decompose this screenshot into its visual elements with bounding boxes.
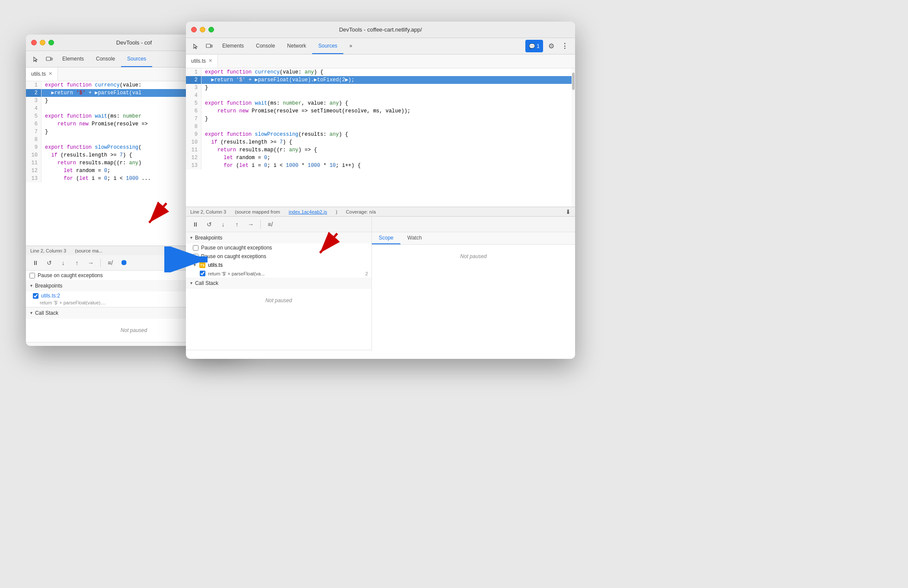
fg-pause-btn[interactable]: ⏸: [189, 218, 201, 230]
fg-bp-item-row: return '$' + parseFloat(va... 2: [186, 269, 371, 278]
fg-more-btn[interactable]: ⋮: [558, 38, 572, 54]
fg-step-out-btn[interactable]: →: [245, 218, 257, 230]
fg-pause-caught-row: Pause on caught exceptions: [186, 252, 371, 261]
fg-bp-item-code: return '$' + parseFloat(va...: [208, 271, 265, 276]
fg-export-btn[interactable]: ⬇: [566, 208, 571, 215]
bg-file-tab-utils[interactable]: utils.ts ✕: [26, 67, 58, 81]
fg-resume-btn[interactable]: ↺: [203, 218, 215, 230]
fg-file-tab-name: utils.ts: [191, 58, 206, 64]
fg-source-map-link[interactable]: index.1ac4eab2.js: [289, 209, 327, 214]
fg-file-tab-utils[interactable]: utils.ts ✕: [186, 54, 218, 68]
fg-status-position: Line 2, Column 3: [190, 209, 226, 214]
fg-bottom-left: ⏸ ↺ ↓ ↑ → ≡/ ▼ Breakpoints Pause on unca…: [186, 217, 372, 350]
fg-device-icon[interactable]: [202, 38, 216, 54]
bg-toolbar-divider: [100, 259, 101, 267]
fg-step-into-btn[interactable]: ↑: [231, 218, 243, 230]
fg-code-line-11: 11 return results.map((r: any) => {: [186, 146, 575, 154]
fg-code-line-3: 3 }: [186, 84, 575, 92]
bg-cursor-icon[interactable]: [29, 51, 42, 67]
svg-rect-2: [206, 44, 211, 48]
fg-scope-tab[interactable]: Scope: [372, 232, 400, 244]
fg-breakpoints-triangle: ▼: [189, 236, 193, 240]
bg-bp-checkbox[interactable]: [33, 293, 38, 299]
fg-coverage: Coverage: n/a: [346, 209, 376, 214]
bg-status-position: Line 2, Column 3: [30, 248, 66, 253]
fg-file-icon: TS: [199, 262, 205, 268]
bg-tab-elements[interactable]: Elements: [56, 51, 90, 67]
bg-traffic-lights: [31, 40, 54, 45]
fg-source-map-text: (source mapped from: [235, 209, 280, 214]
fg-step-over-btn[interactable]: ↓: [217, 218, 229, 230]
fg-tab-network[interactable]: Network: [281, 38, 312, 54]
bg-device-icon[interactable]: [42, 51, 56, 67]
fg-pause-uncaught-checkbox[interactable]: [193, 245, 198, 251]
fg-tab-elements[interactable]: Elements: [216, 38, 250, 54]
fg-code-line-10: 10 if (results.length >= 7) {: [186, 138, 575, 146]
bg-file-tab-name: utils.ts: [31, 71, 46, 77]
bg-resume-btn[interactable]: ↺: [43, 257, 55, 269]
fg-comment-btn[interactable]: 💬 1: [525, 40, 543, 52]
fg-code-line-13: 13 for (let i = 0; i < 1000 * 1000 * 10;…: [186, 162, 575, 169]
bg-tab-sources[interactable]: Sources: [121, 51, 152, 67]
bg-minimize-button[interactable]: [40, 40, 45, 45]
svg-rect-1: [51, 58, 52, 60]
fg-settings-btn[interactable]: ⚙: [545, 38, 558, 54]
fg-file-tabs: utils.ts ✕: [186, 54, 575, 68]
fg-source-map-paren: ): [336, 209, 337, 214]
fg-maximize-button[interactable]: [208, 27, 214, 32]
fg-tab-spacer: [358, 38, 524, 54]
fg-file-tab-close[interactable]: ✕: [208, 58, 212, 64]
bg-bp-file: utils.ts:2: [41, 293, 60, 299]
fg-code-scrollbar[interactable]: [572, 68, 575, 207]
fg-code-line-1: 1 export function currency(value: any) {: [186, 68, 575, 76]
bg-pause-caught-checkbox[interactable]: [29, 273, 35, 278]
fg-code-line-4: 4: [186, 92, 575, 99]
fg-code-line-12: 12 let random = 0;: [186, 154, 575, 162]
fg-pause-caught-checkbox[interactable]: [193, 254, 198, 259]
fg-bp-filename: utils.ts: [208, 262, 223, 268]
fg-code-line-2: 2 ▶return '$' + ▶parseFloat(value).▶toFi…: [186, 76, 575, 84]
fg-code-area: 1 export function currency(value: any) {…: [186, 68, 575, 207]
fg-minimize-button[interactable]: [200, 27, 205, 32]
fg-bp-file-triangle: ▼: [193, 263, 197, 267]
fg-code-scrollbar-thumb[interactable]: [572, 73, 575, 90]
bg-file-tab-close[interactable]: ✕: [48, 71, 52, 77]
fg-right-debug-toolbar: [372, 217, 575, 232]
bg-pause-state-btn[interactable]: ⏺: [118, 257, 130, 269]
fg-scope-status: Not paused: [372, 245, 575, 268]
fg-scope-tabs: Scope Watch: [372, 232, 575, 245]
fg-callstack-status: Not paused: [186, 289, 371, 312]
fg-callstack-header[interactable]: ▼ Call Stack: [186, 278, 371, 289]
bg-callstack-label: Call Stack: [35, 310, 58, 316]
fg-code-line-6: 6 return new Promise(resolve => setTimeo…: [186, 107, 575, 115]
bg-deactivate-btn[interactable]: ≡/: [104, 257, 116, 269]
fg-watch-tab[interactable]: Watch: [400, 232, 429, 244]
fg-cursor-icon[interactable]: [189, 38, 202, 54]
fg-deactivate-btn[interactable]: ≡/: [264, 218, 276, 230]
fg-status-bar: Line 2, Column 3 (source mapped from ind…: [186, 207, 575, 216]
bg-close-button[interactable]: [31, 40, 37, 45]
fg-toolbar-divider: [260, 220, 261, 229]
bg-pause-btn[interactable]: ⏸: [29, 257, 42, 269]
fg-callstack-label: Call Stack: [195, 280, 218, 286]
fg-bp-item-checkbox[interactable]: [200, 271, 205, 276]
bg-step-out-btn[interactable]: →: [85, 257, 97, 269]
fg-tab-bar: Elements Console Network Sources » 💬 1 ⚙…: [186, 38, 575, 54]
fg-tab-more[interactable]: »: [343, 38, 358, 54]
bg-xhr-label: XHR/fetch Breakpoints: [34, 345, 86, 346]
svg-rect-3: [211, 45, 212, 47]
bg-tab-console[interactable]: Console: [90, 51, 121, 67]
fg-code-line-5: 5 export function wait(ms: number, value…: [186, 99, 575, 107]
fg-close-button[interactable]: [191, 27, 197, 32]
fg-tab-sources[interactable]: Sources: [312, 38, 343, 54]
bg-maximize-button[interactable]: [48, 40, 54, 45]
bg-step-into-btn[interactable]: ↑: [71, 257, 83, 269]
fg-breakpoints-label: Breakpoints: [195, 235, 222, 241]
bg-window-title: DevTools - cof: [116, 39, 152, 46]
bg-step-over-btn[interactable]: ↓: [57, 257, 69, 269]
bg-source-map: (source ma...: [75, 248, 102, 253]
fg-breakpoints-header[interactable]: ▼ Breakpoints: [186, 232, 371, 243]
fg-code-line-8: 8: [186, 123, 575, 131]
fg-tab-console[interactable]: Console: [250, 38, 281, 54]
fg-pause-uncaught-row: Pause on uncaught exceptions: [186, 243, 371, 252]
